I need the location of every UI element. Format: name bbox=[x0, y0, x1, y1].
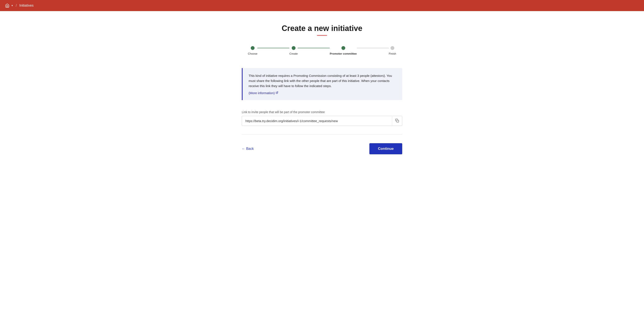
step-dot-create bbox=[292, 46, 296, 50]
more-information-link[interactable]: (More information) bbox=[248, 91, 278, 95]
step-choose: Choose bbox=[248, 46, 258, 55]
footer-navigation: ← Back Continue bbox=[242, 143, 402, 154]
main-content: Create a new initiative Choose Create Pr… bbox=[237, 11, 407, 172]
copy-link-button[interactable] bbox=[392, 116, 402, 126]
breadcrumb-separator: / bbox=[16, 4, 17, 8]
step-label-choose: Choose bbox=[248, 52, 258, 55]
invite-link-section: Link to invite people that will be part … bbox=[242, 110, 402, 126]
more-info-label: (More information) bbox=[248, 91, 275, 95]
back-button[interactable]: ← Back bbox=[242, 147, 254, 151]
svg-rect-1 bbox=[397, 120, 399, 122]
connector-3 bbox=[357, 48, 389, 48]
invite-link-input[interactable] bbox=[242, 116, 392, 126]
home-icon[interactable] bbox=[5, 4, 10, 8]
app-header: ▾ / Initiatives bbox=[0, 0, 644, 11]
invite-link-label: Link to invite people that will be part … bbox=[242, 110, 402, 114]
dropdown-chevron-icon[interactable]: ▾ bbox=[12, 4, 13, 7]
step-dot-promoter bbox=[342, 46, 345, 50]
copy-icon bbox=[395, 119, 399, 123]
page-title-section: Create a new initiative bbox=[242, 24, 402, 36]
step-create: Create bbox=[289, 46, 298, 55]
breadcrumb-initiatives[interactable]: Initiatives bbox=[19, 4, 34, 8]
step-dot-choose bbox=[251, 46, 254, 50]
step-label-create: Create bbox=[289, 52, 298, 55]
info-box: This kind of initiative requires a Promo… bbox=[242, 68, 402, 100]
continue-button[interactable]: Continue bbox=[369, 143, 402, 154]
page-title: Create a new initiative bbox=[242, 24, 402, 33]
step-finish: Finish bbox=[389, 46, 396, 55]
invite-link-wrapper bbox=[242, 116, 402, 126]
step-promoter-committee: Promoter committee bbox=[330, 46, 356, 55]
step-label-finish: Finish bbox=[389, 52, 396, 55]
connector-1 bbox=[257, 48, 289, 48]
info-box-text: This kind of initiative requires a Promo… bbox=[248, 73, 396, 88]
title-underline bbox=[317, 35, 327, 36]
step-label-promoter: Promoter committee bbox=[330, 52, 356, 55]
connector-2 bbox=[298, 48, 330, 48]
section-divider bbox=[242, 134, 402, 135]
external-link-icon bbox=[276, 91, 278, 94]
svg-line-0 bbox=[277, 92, 278, 93]
step-dot-finish bbox=[390, 46, 394, 50]
steps-indicator: Choose Create Promoter committee Finish bbox=[242, 46, 402, 55]
